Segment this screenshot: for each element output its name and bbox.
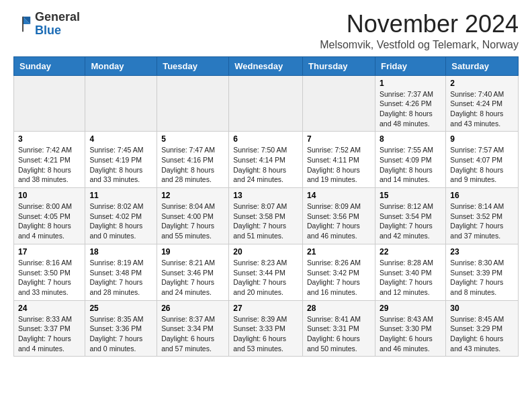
calendar-week-5: 24Sunrise: 8:33 AM Sunset: 3:37 PM Dayli… [14, 300, 519, 357]
calendar-cell: 23Sunrise: 8:30 AM Sunset: 3:39 PM Dayli… [446, 244, 519, 300]
calendar-cell: 11Sunrise: 8:02 AM Sunset: 4:02 PM Dayli… [85, 188, 157, 244]
calendar-cell: 9Sunrise: 7:57 AM Sunset: 4:07 PM Daylig… [446, 132, 519, 188]
day-info: Sunrise: 8:39 AM Sunset: 3:33 PM Dayligh… [233, 314, 298, 354]
day-number: 21 [307, 247, 371, 257]
calendar-cell: 22Sunrise: 8:28 AM Sunset: 3:40 PM Dayli… [375, 244, 445, 300]
day-number: 26 [161, 304, 224, 313]
day-number: 2 [450, 79, 514, 88]
day-number: 24 [18, 304, 81, 313]
day-number: 23 [450, 247, 514, 257]
calendar-cell [85, 75, 157, 132]
day-info: Sunrise: 7:57 AM Sunset: 4:07 PM Dayligh… [450, 145, 514, 185]
day-info: Sunrise: 8:14 AM Sunset: 3:52 PM Dayligh… [450, 201, 514, 241]
col-sunday: Sunday [14, 56, 85, 75]
day-number: 19 [161, 247, 224, 257]
logo-text: General Blue [35, 11, 80, 38]
day-info: Sunrise: 7:52 AM Sunset: 4:11 PM Dayligh… [307, 145, 371, 185]
calendar-cell: 8Sunrise: 7:55 AM Sunset: 4:09 PM Daylig… [375, 132, 445, 188]
day-number: 1 [380, 79, 441, 88]
calendar-cell: 30Sunrise: 8:45 AM Sunset: 3:29 PM Dayli… [446, 300, 519, 357]
calendar-cell: 27Sunrise: 8:39 AM Sunset: 3:33 PM Dayli… [229, 300, 303, 357]
day-info: Sunrise: 8:00 AM Sunset: 4:05 PM Dayligh… [18, 201, 81, 241]
day-number: 4 [89, 134, 152, 144]
calendar-cell: 3Sunrise: 7:42 AM Sunset: 4:21 PM Daylig… [14, 132, 85, 188]
day-number: 22 [380, 247, 441, 257]
calendar-cell [303, 75, 375, 132]
calendar-cell: 6Sunrise: 7:50 AM Sunset: 4:14 PM Daylig… [229, 132, 303, 188]
calendar-cell: 2Sunrise: 7:40 AM Sunset: 4:24 PM Daylig… [446, 75, 519, 132]
title-block: November 2024 Melsomvik, Vestfold og Tel… [320, 11, 519, 51]
day-info: Sunrise: 8:12 AM Sunset: 3:54 PM Dayligh… [380, 201, 441, 241]
day-info: Sunrise: 7:40 AM Sunset: 4:24 PM Dayligh… [450, 89, 514, 129]
day-number: 15 [380, 191, 441, 200]
calendar-week-1: 1Sunrise: 7:37 AM Sunset: 4:26 PM Daylig… [14, 75, 519, 132]
logo-icon [13, 15, 32, 34]
calendar-cell: 4Sunrise: 7:45 AM Sunset: 4:19 PM Daylig… [85, 132, 157, 188]
day-info: Sunrise: 8:26 AM Sunset: 3:42 PM Dayligh… [307, 258, 371, 298]
calendar-cell: 13Sunrise: 8:07 AM Sunset: 3:58 PM Dayli… [229, 188, 303, 244]
day-info: Sunrise: 7:50 AM Sunset: 4:14 PM Dayligh… [233, 145, 298, 185]
calendar-cell: 20Sunrise: 8:23 AM Sunset: 3:44 PM Dayli… [229, 244, 303, 300]
header: General Blue November 2024 Melsomvik, Ve… [13, 11, 519, 51]
calendar-cell: 1Sunrise: 7:37 AM Sunset: 4:26 PM Daylig… [375, 75, 445, 132]
calendar-cell: 17Sunrise: 8:16 AM Sunset: 3:50 PM Dayli… [14, 244, 85, 300]
day-number: 9 [450, 134, 514, 144]
calendar-cell [14, 75, 85, 132]
day-info: Sunrise: 8:30 AM Sunset: 3:39 PM Dayligh… [450, 258, 514, 298]
calendar-cell: 24Sunrise: 8:33 AM Sunset: 3:37 PM Dayli… [14, 300, 85, 357]
calendar-cell: 7Sunrise: 7:52 AM Sunset: 4:11 PM Daylig… [303, 132, 375, 188]
day-info: Sunrise: 7:55 AM Sunset: 4:09 PM Dayligh… [380, 145, 441, 185]
calendar-cell: 15Sunrise: 8:12 AM Sunset: 3:54 PM Dayli… [375, 188, 445, 244]
day-number: 27 [233, 304, 298, 313]
day-number: 11 [89, 191, 152, 200]
calendar-cell: 10Sunrise: 8:00 AM Sunset: 4:05 PM Dayli… [14, 188, 85, 244]
logo: General Blue [13, 11, 80, 38]
calendar-week-4: 17Sunrise: 8:16 AM Sunset: 3:50 PM Dayli… [14, 244, 519, 300]
day-number: 8 [380, 134, 441, 144]
day-number: 28 [307, 304, 371, 313]
calendar-header-row: Sunday Monday Tuesday Wednesday Thursday… [14, 56, 519, 75]
day-number: 7 [307, 134, 371, 144]
day-number: 29 [380, 304, 441, 313]
calendar-cell [229, 75, 303, 132]
calendar-cell: 26Sunrise: 8:37 AM Sunset: 3:34 PM Dayli… [157, 300, 229, 357]
calendar-cell: 19Sunrise: 8:21 AM Sunset: 3:46 PM Dayli… [157, 244, 229, 300]
calendar-cell: 12Sunrise: 8:04 AM Sunset: 4:00 PM Dayli… [157, 188, 229, 244]
day-info: Sunrise: 8:33 AM Sunset: 3:37 PM Dayligh… [18, 314, 81, 354]
day-number: 18 [89, 247, 152, 257]
day-number: 3 [18, 134, 81, 144]
day-info: Sunrise: 8:43 AM Sunset: 3:30 PM Dayligh… [380, 314, 441, 354]
calendar-cell: 28Sunrise: 8:41 AM Sunset: 3:31 PM Dayli… [303, 300, 375, 357]
day-info: Sunrise: 7:47 AM Sunset: 4:16 PM Dayligh… [161, 145, 224, 185]
day-info: Sunrise: 8:35 AM Sunset: 3:36 PM Dayligh… [89, 314, 152, 354]
day-info: Sunrise: 7:42 AM Sunset: 4:21 PM Dayligh… [18, 145, 81, 185]
calendar-week-2: 3Sunrise: 7:42 AM Sunset: 4:21 PM Daylig… [14, 132, 519, 188]
main-title: November 2024 [320, 11, 519, 38]
day-number: 17 [18, 247, 81, 257]
day-info: Sunrise: 8:45 AM Sunset: 3:29 PM Dayligh… [450, 314, 514, 354]
day-number: 16 [450, 191, 514, 200]
calendar-cell: 5Sunrise: 7:47 AM Sunset: 4:16 PM Daylig… [157, 132, 229, 188]
calendar-cell: 16Sunrise: 8:14 AM Sunset: 3:52 PM Dayli… [446, 188, 519, 244]
day-info: Sunrise: 7:45 AM Sunset: 4:19 PM Dayligh… [89, 145, 152, 185]
day-number: 13 [233, 191, 298, 200]
day-info: Sunrise: 8:02 AM Sunset: 4:02 PM Dayligh… [89, 201, 152, 241]
page: General Blue November 2024 Melsomvik, Ve… [0, 0, 532, 363]
day-number: 14 [307, 191, 371, 200]
day-info: Sunrise: 8:04 AM Sunset: 4:00 PM Dayligh… [161, 201, 224, 241]
day-info: Sunrise: 8:19 AM Sunset: 3:48 PM Dayligh… [89, 258, 152, 298]
day-number: 10 [18, 191, 81, 200]
day-info: Sunrise: 8:21 AM Sunset: 3:46 PM Dayligh… [161, 258, 224, 298]
day-number: 20 [233, 247, 298, 257]
col-saturday: Saturday [446, 56, 519, 75]
calendar-cell: 14Sunrise: 8:09 AM Sunset: 3:56 PM Dayli… [303, 188, 375, 244]
day-info: Sunrise: 8:37 AM Sunset: 3:34 PM Dayligh… [161, 314, 224, 354]
subtitle: Melsomvik, Vestfold og Telemark, Norway [320, 39, 519, 51]
day-info: Sunrise: 7:37 AM Sunset: 4:26 PM Dayligh… [380, 89, 441, 129]
day-info: Sunrise: 8:41 AM Sunset: 3:31 PM Dayligh… [307, 314, 371, 354]
day-number: 30 [450, 304, 514, 313]
col-tuesday: Tuesday [157, 56, 229, 75]
day-number: 25 [89, 304, 152, 313]
day-number: 12 [161, 191, 224, 200]
day-info: Sunrise: 8:16 AM Sunset: 3:50 PM Dayligh… [18, 258, 81, 298]
